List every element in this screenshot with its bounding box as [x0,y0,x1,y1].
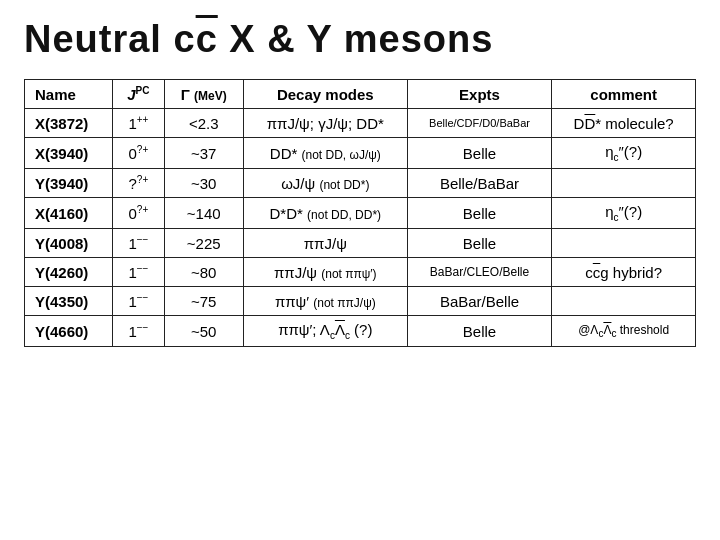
cell-gamma: ~30 [164,169,243,198]
cell-comment [552,229,696,258]
cell-decay: ππJ/ψ [243,229,407,258]
cell-comment: ccg hybrid? [552,258,696,287]
mesons-table: Name JPC Γ (MeV) Decay modes Expts comme… [24,79,696,347]
cell-jpc: 0?+ [113,138,164,169]
table-row: Y(4260) 1−− ~80 ππJ/ψ (not ππψ′) BaBar/C… [25,258,696,287]
cell-comment: ηc″(?) [552,198,696,229]
cell-jpc: 1−− [113,316,164,347]
cell-name: Y(4008) [25,229,113,258]
col-header-name: Name [25,80,113,109]
col-header-expts: Expts [407,80,552,109]
cell-decay: ππJ/ψ (not ππψ′) [243,258,407,287]
cell-name: Y(4260) [25,258,113,287]
cell-name: Y(4350) [25,287,113,316]
cell-gamma: ~140 [164,198,243,229]
cell-name: X(3940) [25,138,113,169]
cell-gamma: ~75 [164,287,243,316]
cell-jpc: 1−− [113,258,164,287]
cell-decay: DD* (not DD, ωJ/ψ) [243,138,407,169]
cell-gamma: ~50 [164,316,243,347]
cell-jpc: 1−− [113,287,164,316]
cell-expts: Belle [407,229,552,258]
col-header-jpc: JPC [113,80,164,109]
cell-expts: BaBar/CLEO/Belle [407,258,552,287]
cell-name: X(3872) [25,109,113,138]
cell-gamma: ~225 [164,229,243,258]
cell-name: Y(3940) [25,169,113,198]
cell-expts: BaBar/Belle [407,287,552,316]
cell-jpc: ??+ [113,169,164,198]
table-row: X(3940) 0?+ ~37 DD* (not DD, ωJ/ψ) Belle… [25,138,696,169]
col-header-gamma: Γ (MeV) [164,80,243,109]
cell-expts: Belle [407,198,552,229]
cell-name: X(4160) [25,198,113,229]
cell-expts: Belle [407,316,552,347]
page-title: Neutral cc X & Y mesons [24,18,696,61]
table-row: Y(4350) 1−− ~75 ππψ′ (not ππJ/ψ) BaBar/B… [25,287,696,316]
cell-decay: ππψ′ (not ππJ/ψ) [243,287,407,316]
cell-expts: Belle [407,138,552,169]
col-header-comment: comment [552,80,696,109]
cell-jpc: 1−− [113,229,164,258]
cell-comment: @ΛcΛc threshold [552,316,696,347]
cell-gamma: ~37 [164,138,243,169]
cell-gamma: <2.3 [164,109,243,138]
table-row: Y(4008) 1−− ~225 ππJ/ψ Belle [25,229,696,258]
cell-name: Y(4660) [25,316,113,347]
cell-decay: ππψ′; ΛcΛc (?) [243,316,407,347]
cell-jpc: 1++ [113,109,164,138]
cell-decay: ωJ/ψ (not DD*) [243,169,407,198]
cell-comment: DD* molecule? [552,109,696,138]
cell-expts: Belle/BaBar [407,169,552,198]
cell-comment: ηc″(?) [552,138,696,169]
table-row: Y(4660) 1−− ~50 ππψ′; ΛcΛc (?) Belle @Λc… [25,316,696,347]
cell-jpc: 0?+ [113,198,164,229]
cell-comment [552,287,696,316]
cell-expts: Belle/CDF/D0/BaBar [407,109,552,138]
cell-gamma: ~80 [164,258,243,287]
cell-decay: ππJ/ψ; γJ/ψ; DD* [243,109,407,138]
table-row: X(4160) 0?+ ~140 D*D* (not DD, DD*) Bell… [25,198,696,229]
table-row: X(3872) 1++ <2.3 ππJ/ψ; γJ/ψ; DD* Belle/… [25,109,696,138]
table-row: Y(3940) ??+ ~30 ωJ/ψ (not DD*) Belle/BaB… [25,169,696,198]
col-header-decay: Decay modes [243,80,407,109]
cell-decay: D*D* (not DD, DD*) [243,198,407,229]
cell-comment [552,169,696,198]
